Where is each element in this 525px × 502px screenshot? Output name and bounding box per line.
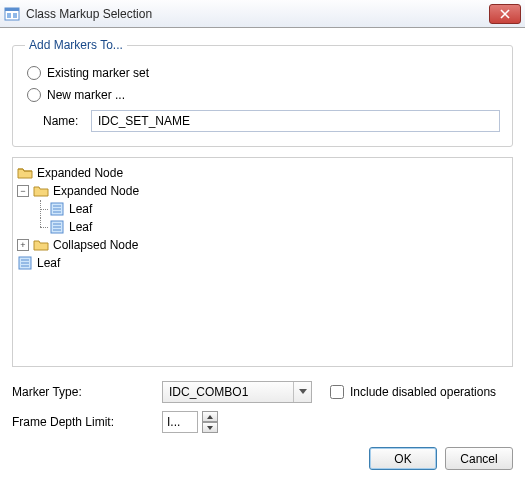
group-legend: Add Markers To...: [25, 38, 127, 52]
expand-icon[interactable]: +: [17, 239, 29, 251]
titlebar: Class Markup Selection: [0, 0, 525, 28]
folder-open-icon: [33, 183, 49, 199]
tree-item-child[interactable]: + Collapsed Node: [17, 236, 508, 254]
cancel-button[interactable]: Cancel: [445, 447, 513, 470]
radio-existing-label: Existing marker set: [47, 66, 149, 80]
include-disabled-checkbox[interactable]: [330, 385, 344, 399]
tree-item-leaf[interactable]: Leaf: [17, 200, 508, 218]
leaf-icon: [49, 219, 65, 235]
collapse-icon[interactable]: −: [17, 185, 29, 197]
dialog-body: Add Markers To... Existing marker set Ne…: [0, 28, 525, 482]
folder-open-icon: [17, 165, 33, 181]
frame-depth-spinner[interactable]: [162, 411, 218, 433]
tree-label: Expanded Node: [37, 164, 123, 182]
marker-type-input[interactable]: [162, 381, 312, 403]
add-markers-group: Add Markers To... Existing marker set Ne…: [12, 38, 513, 147]
marker-type-row: Marker Type: Include disabled operations: [12, 381, 513, 403]
tree-label: Leaf: [69, 200, 92, 218]
svg-rect-2: [7, 13, 11, 18]
tree-item-leaf[interactable]: Leaf: [17, 218, 508, 236]
radio-new[interactable]: [27, 88, 41, 102]
radio-new-label: New marker ...: [47, 88, 125, 102]
radio-existing-row[interactable]: Existing marker set: [27, 66, 500, 80]
radio-existing[interactable]: [27, 66, 41, 80]
tree-item-child[interactable]: − Expanded Node: [17, 182, 508, 200]
app-icon: [4, 6, 20, 22]
frame-depth-row: Frame Depth Limit:: [12, 411, 513, 433]
tree-label: Leaf: [37, 254, 60, 272]
tree-label: Leaf: [69, 218, 92, 236]
include-disabled-label: Include disabled operations: [350, 385, 496, 399]
spin-up-button[interactable]: [202, 411, 218, 422]
name-label: Name:: [43, 114, 91, 128]
tree-label: Expanded Node: [53, 182, 139, 200]
svg-rect-3: [13, 13, 17, 18]
leaf-icon: [49, 201, 65, 217]
tree-view[interactable]: Expanded Node − Expanded Node: [12, 157, 513, 367]
spin-down-button[interactable]: [202, 422, 218, 433]
frame-depth-input[interactable]: [162, 411, 198, 433]
tree-item-root[interactable]: Expanded Node: [17, 164, 508, 182]
leaf-icon: [17, 255, 33, 271]
folder-closed-icon: [33, 237, 49, 253]
frame-depth-label: Frame Depth Limit:: [12, 415, 162, 429]
tree-item-leaf[interactable]: Leaf: [17, 254, 508, 272]
name-input[interactable]: [91, 110, 500, 132]
marker-type-label: Marker Type:: [12, 385, 162, 399]
include-disabled-row[interactable]: Include disabled operations: [330, 385, 496, 399]
name-row: Name:: [25, 110, 500, 132]
tree-label: Collapsed Node: [53, 236, 138, 254]
radio-new-row[interactable]: New marker ...: [27, 88, 500, 102]
chevron-down-icon[interactable]: [293, 382, 311, 402]
marker-type-combo[interactable]: [162, 381, 312, 403]
close-button[interactable]: [489, 4, 521, 24]
window-title: Class Markup Selection: [26, 7, 489, 21]
svg-rect-1: [5, 8, 19, 11]
dialog-buttons: OK Cancel: [12, 447, 513, 470]
ok-button[interactable]: OK: [369, 447, 437, 470]
